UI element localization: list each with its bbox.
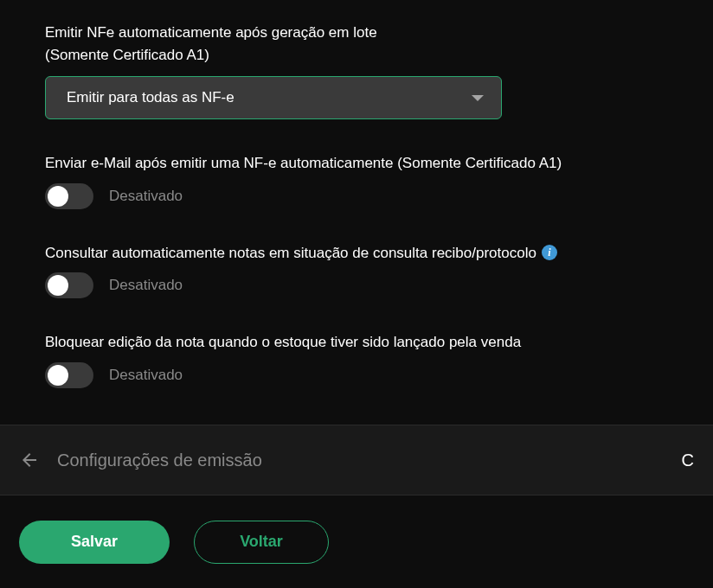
arrow-left-icon[interactable] <box>19 450 40 470</box>
nav-title: Configurações de emissão <box>57 451 682 470</box>
toggle-knob <box>48 186 68 207</box>
auto-query-label: Consultar automaticamente notas em situa… <box>45 242 536 265</box>
back-button[interactable]: Voltar <box>194 521 329 564</box>
nav-right-text: C <box>682 451 694 470</box>
button-bar: Salvar Voltar <box>0 495 713 588</box>
emit-nfe-label: Emitir NFe automaticamente após geração … <box>45 22 668 66</box>
emit-nfe-select[interactable]: Emitir para todas as NF-e <box>45 76 502 119</box>
toggle-knob <box>48 275 68 296</box>
emit-nfe-label-line2: (Somente Certificado A1) <box>45 47 209 63</box>
send-email-group: Enviar e-Mail após emitir uma NF-e autom… <box>45 152 668 209</box>
save-button[interactable]: Salvar <box>19 521 170 564</box>
block-edit-status: Desativado <box>109 367 183 384</box>
send-email-label: Enviar e-Mail após emitir uma NF-e autom… <box>45 152 668 175</box>
info-icon[interactable]: i <box>542 245 557 260</box>
chevron-down-icon <box>472 95 484 101</box>
auto-query-status: Desativado <box>109 277 183 294</box>
emit-nfe-label-line1: Emitir NFe automaticamente após geração … <box>45 24 377 41</box>
send-email-status: Desativado <box>109 188 183 205</box>
send-email-toggle[interactable] <box>45 183 93 209</box>
block-edit-group: Bloquear edição da nota quando o estoque… <box>45 331 668 388</box>
auto-query-toggle[interactable] <box>45 272 93 298</box>
toggle-knob <box>48 365 68 386</box>
emit-nfe-select-value: Emitir para todas as NF-e <box>67 89 234 106</box>
nav-bar: Configurações de emissão C <box>0 425 713 495</box>
auto-query-group: Consultar automaticamente notas em situa… <box>45 242 668 299</box>
block-edit-label: Bloquear edição da nota quando o estoque… <box>45 331 668 354</box>
emit-nfe-group: Emitir NFe automaticamente após geração … <box>45 22 668 119</box>
block-edit-toggle[interactable] <box>45 362 93 388</box>
